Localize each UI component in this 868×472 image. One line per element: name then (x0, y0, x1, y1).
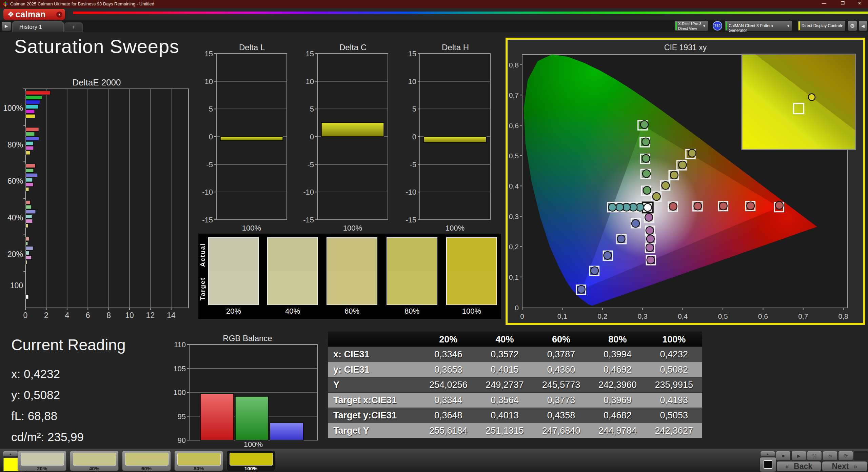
cie-measured-marker (643, 186, 651, 194)
reading-value: cd/m²: 235,99 (11, 427, 84, 448)
tick-label: 100 (173, 388, 186, 397)
chevron-down-icon: ▼ (787, 24, 790, 28)
inset-measured-marker (808, 94, 815, 100)
tick-label: 0,1 (557, 312, 567, 320)
patch-button-60%[interactable]: 60% (122, 451, 171, 471)
tab-scroll-icon[interactable]: ▶ (1, 21, 11, 31)
calman-logo-menu[interactable]: ❖ calman ▼ (3, 9, 65, 20)
column-header: 60% (533, 332, 589, 347)
patch-button-100%[interactable]: 100% (226, 451, 275, 471)
add-tab-button[interactable]: + (64, 22, 83, 32)
tick-label: 0,4 (509, 182, 519, 190)
cie-measured-marker (662, 182, 669, 190)
bar (26, 137, 39, 141)
app-icon (3, 1, 8, 7)
display-control-label: Direct Display Control (802, 23, 841, 28)
meter-count-badge[interactable]: 712 (713, 21, 722, 31)
pattern-generator-dropdown[interactable]: CalMAN Client 3 Pattern Generator ▼ (725, 20, 792, 31)
tick-label: 0,7 (509, 91, 519, 99)
bar (26, 219, 33, 223)
tick-label: 10 (408, 77, 416, 86)
display-control-dropdown[interactable]: Direct Display Control ▼ (797, 20, 846, 31)
tick-label: 2 (44, 311, 48, 320)
stop-measure-button[interactable] (760, 457, 776, 472)
patch-button-40%[interactable]: 40% (70, 451, 119, 471)
expand-swatches-icon[interactable]: ▲ (3, 451, 18, 456)
cie-chromaticity-diagram: 00,10,20,30,40,50,60,70,800,10,20,30,40,… (508, 40, 863, 323)
tick-label: 4 (65, 311, 69, 320)
play-icon[interactable]: ▶ (791, 451, 806, 460)
tab-history-1[interactable]: History 1 (12, 21, 64, 32)
bottom-bar: ▲ 20%40%60%80%100% ▲ ■ ▶ [·] ∞ ⟳ « Back … (0, 449, 868, 472)
bar-green (235, 396, 268, 440)
bar (26, 237, 29, 241)
row-label: Target Y (328, 423, 420, 438)
target-swatch (327, 271, 377, 304)
tick-label: 0,6 (758, 312, 768, 320)
column-header: 40% (476, 332, 533, 347)
meter-dropdown[interactable]: X-Rite i1Pro 3 Direct View ▼ (674, 20, 708, 31)
column-header: 20% (420, 332, 476, 347)
patch-button-20%[interactable]: 20% (18, 451, 66, 471)
bar (26, 205, 32, 209)
close-icon[interactable]: ✕ (853, 1, 866, 6)
tick-label: 100% (244, 440, 263, 449)
bar (26, 110, 35, 114)
logo-chevron-down-icon[interactable]: ▼ (56, 12, 62, 18)
stop-square-icon (764, 460, 772, 469)
settings-gear-icon[interactable]: ⚙ (848, 20, 857, 31)
tick-label: 10 (125, 311, 134, 320)
patch-label: 100% (227, 466, 275, 471)
swatch-compare-20% (208, 237, 259, 305)
tick-label: 100% (3, 104, 23, 113)
cie-measured-marker (647, 235, 654, 243)
collapse-panel-icon[interactable]: ◀ (859, 20, 867, 31)
cie-measured-marker (617, 235, 625, 243)
cie-measured-marker (609, 203, 616, 211)
bar (26, 183, 33, 187)
tick-label: -15 (406, 216, 416, 224)
delta-c-chart: Delta C151050-5-10-15100% (300, 43, 392, 233)
minimize-icon[interactable]: — (817, 1, 831, 6)
cie-measured-marker (577, 286, 585, 293)
refresh-icon[interactable]: ⟳ (838, 451, 853, 460)
display-status-indicator (798, 21, 800, 30)
cell-value: 0,3344 (420, 393, 476, 408)
patch-button-80%[interactable]: 80% (174, 451, 223, 471)
row-label: Target x:CIE31 (328, 393, 420, 408)
cell-value: 255,6184 (420, 423, 476, 438)
target-swatch (209, 271, 258, 304)
column-header: 100% (646, 332, 702, 347)
target-swatch (447, 271, 496, 304)
rainbow-divider (73, 12, 868, 14)
bar (26, 187, 29, 191)
back-button[interactable]: « Back (776, 461, 821, 472)
patch-label: 60% (122, 466, 171, 471)
cell-value: 0,4013 (476, 408, 533, 423)
table-header-row: 20%40%60%80%100% (328, 332, 702, 347)
deltae2000-chart: DeltaE 200002468101214100%80%60%40%20%10… (0, 79, 192, 321)
tick-label: -10 (303, 188, 314, 196)
bar (26, 114, 35, 118)
swatch-compare-60% (327, 237, 377, 305)
swatch-label: 100% (446, 307, 497, 316)
cie-1931-panel[interactable]: CIE 1931 xy 00,10,20,30,40,50,60,70,800,… (506, 38, 865, 325)
cell-value: 0,4360 (533, 362, 589, 377)
cie-measured-marker (646, 244, 654, 252)
bar (26, 200, 31, 204)
table-row: Target y:CIE310,36480,40130,43580,46820,… (328, 408, 702, 423)
tick-label: 10 (306, 77, 314, 86)
cell-value: 0,3969 (589, 393, 646, 408)
next-button[interactable]: Next » (822, 461, 867, 472)
rgb-balance-chart: RGB Balance1101051009590100% (170, 335, 322, 449)
tab-bar: ▶ History 1 + X-Rite i1Pro 3 Direct View… (0, 20, 868, 32)
tick-label: 0,4 (678, 312, 688, 320)
actual-swatch (387, 238, 437, 271)
stop-icon[interactable]: ■ (776, 451, 791, 460)
cell-value: 244,9784 (589, 423, 646, 438)
expand-transport-icon[interactable]: ▲ (760, 451, 775, 456)
cell-value: 0,3564 (476, 393, 533, 408)
continuous-loop-icon[interactable]: ∞ (823, 451, 837, 460)
pattern-window-icon[interactable]: [·] (807, 451, 822, 460)
restore-icon[interactable]: ❐ (836, 1, 849, 6)
